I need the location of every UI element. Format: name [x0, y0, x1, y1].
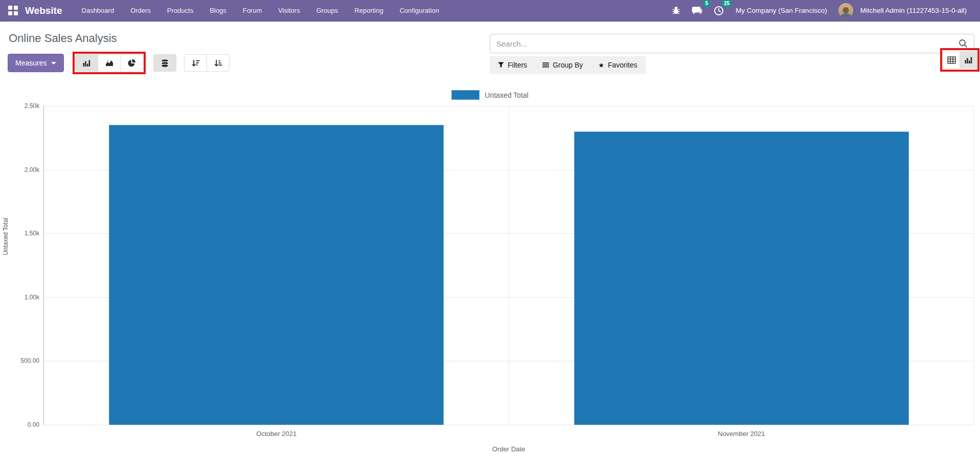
pie-chart-mode-button[interactable]: [120, 54, 143, 72]
x-tick-label: November 2021: [718, 430, 765, 438]
favorites-star-icon: ★: [598, 61, 604, 69]
chart-type-highlight-box: [73, 52, 146, 74]
chart-type-group: [75, 54, 143, 72]
graph-view-button[interactable]: [960, 51, 977, 69]
x-axis-title: Order Date: [43, 445, 974, 453]
measures-label: Measures: [15, 59, 47, 67]
gridline-horizontal: [44, 106, 974, 106]
x-tick-label: October 2021: [256, 430, 297, 438]
messages-icon[interactable]: 5: [687, 3, 707, 18]
search-bar: [490, 34, 974, 53]
gridline-horizontal: [44, 425, 974, 425]
y-tick-label: 1.00k: [25, 294, 39, 301]
nav-item-visitors[interactable]: Visitors: [270, 0, 308, 21]
filter-funnel-icon: [498, 62, 504, 68]
bar-october-2021[interactable]: [109, 125, 444, 425]
measures-button[interactable]: Measures: [8, 54, 64, 72]
group-by-label: Group By: [553, 61, 583, 69]
favorites-button[interactable]: ★ Favorites: [598, 61, 637, 69]
user-menu[interactable]: Mitchell Admin (11227453-15-0-all): [855, 7, 972, 14]
main-menu: DashboardOrdersProductsBlogsForumVisitor…: [74, 0, 447, 21]
legend-color-swatch: [451, 90, 480, 100]
bar-chart-mode-button[interactable]: [75, 54, 98, 72]
view-switcher-highlight-box: [940, 48, 979, 72]
activities-badge: 25: [721, 0, 732, 7]
filters-button[interactable]: Filters: [498, 61, 527, 69]
activities-clock-icon[interactable]: 25: [709, 3, 728, 18]
chart-toolbar: Measures: [8, 52, 230, 74]
user-avatar[interactable]: [838, 3, 853, 18]
search-icon[interactable]: [959, 39, 968, 48]
view-switcher: [943, 51, 977, 69]
top-navbar: Website DashboardOrdersProductsBlogsForu…: [0, 0, 980, 21]
chart-legend[interactable]: Untaxed Total: [0, 90, 980, 100]
search-facet-bar: Filters Group By ★ Favorites: [490, 56, 646, 74]
sort-descending-button[interactable]: [184, 54, 207, 72]
y-tick-label: 1.50k: [25, 230, 39, 237]
debug-bug-icon[interactable]: [667, 4, 685, 17]
nav-item-reporting[interactable]: Reporting: [346, 0, 391, 21]
nav-item-blogs[interactable]: Blogs: [201, 0, 235, 21]
table-icon: [947, 56, 956, 64]
plot-area: 2.50k2.00k1.50k1.00k500.000.00October 20…: [43, 106, 974, 425]
stacked-toggle-button[interactable]: [153, 54, 176, 72]
caret-down-icon: [51, 62, 56, 64]
sort-group: [184, 54, 230, 72]
apps-grid-icon[interactable]: [8, 6, 18, 15]
nav-item-orders[interactable]: Orders: [122, 0, 159, 21]
y-axis-title: Untaxed Total: [2, 208, 9, 265]
y-tick-label: 0.00: [28, 421, 39, 428]
company-switcher[interactable]: My Company (San Francisco): [731, 7, 832, 14]
y-tick-label: 2.00k: [25, 166, 39, 173]
sort-ascending-button[interactable]: [207, 54, 230, 72]
gridline-vertical: [973, 106, 974, 425]
graph-icon: [964, 56, 973, 64]
nav-item-products[interactable]: Products: [159, 0, 201, 21]
y-tick-label: 2.50k: [25, 102, 39, 110]
pivot-view-button[interactable]: [943, 51, 960, 69]
nav-item-forum[interactable]: Forum: [235, 0, 270, 21]
group-by-lines-icon: [542, 62, 549, 68]
favorites-label: Favorites: [608, 61, 637, 69]
gridline-vertical: [509, 106, 509, 425]
search-input[interactable]: [496, 39, 959, 48]
line-chart-mode-button[interactable]: [98, 54, 121, 72]
nav-item-configuration[interactable]: Configuration: [392, 0, 447, 21]
y-tick-label: 500.00: [20, 357, 39, 364]
filters-label: Filters: [508, 61, 527, 69]
brand-title[interactable]: Website: [25, 5, 62, 16]
legend-label: Untaxed Total: [485, 91, 528, 99]
navbar-right: 5 25 My Company (San Francisco) Mitchell…: [667, 3, 972, 18]
nav-item-groups[interactable]: Groups: [308, 0, 347, 21]
navbar-left: Website DashboardOrdersProductsBlogsForu…: [8, 0, 447, 21]
page-title: Online Sales Analysis: [9, 32, 117, 45]
bar-november-2021[interactable]: [574, 132, 909, 425]
group-by-button[interactable]: Group By: [542, 61, 583, 69]
nav-item-dashboard[interactable]: Dashboard: [74, 0, 123, 21]
